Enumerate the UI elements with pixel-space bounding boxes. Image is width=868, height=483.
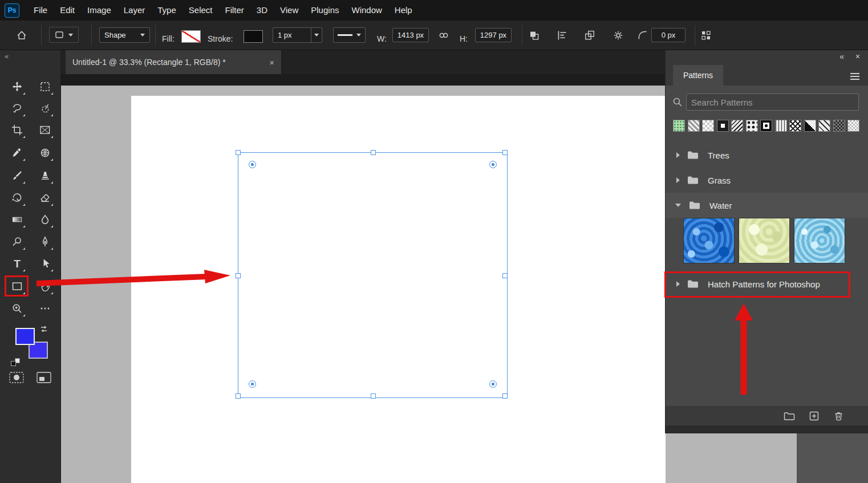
pattern-swatch-sparse-ticks[interactable] (818, 120, 830, 132)
blur-tool[interactable] (35, 210, 55, 229)
link-dimensions-icon[interactable] (437, 29, 451, 42)
tool-preset-picker[interactable] (49, 27, 79, 43)
shape-selection-rectangle[interactable] (238, 152, 508, 398)
menu-edit[interactable]: Edit (54, 0, 81, 21)
screen-mode-icon[interactable] (36, 371, 52, 384)
default-colors-icon[interactable] (11, 358, 22, 367)
transform-handle-bottom-center[interactable] (371, 393, 376, 399)
pattern-swatch-diagonal-hatch[interactable] (731, 120, 743, 132)
rectangular-marquee-tool[interactable] (35, 77, 55, 96)
tool-mode-select[interactable]: Shape (99, 27, 150, 43)
menu-plugins[interactable]: Plugins (305, 0, 345, 21)
swap-colors-icon[interactable] (40, 324, 49, 334)
menu-window[interactable]: Window (345, 0, 388, 21)
corner-radius-field[interactable]: 0 px (651, 28, 686, 42)
gradient-tool[interactable] (7, 210, 27, 229)
transform-handle-top-left[interactable] (236, 150, 241, 155)
lasso-tool[interactable] (7, 99, 27, 118)
transform-handle-middle-left[interactable] (236, 273, 241, 278)
panel-bottom-bar (666, 406, 868, 425)
menu-select[interactable]: Select (182, 0, 219, 21)
close-icon[interactable]: × (855, 52, 860, 61)
history-brush-tool[interactable] (7, 188, 27, 208)
menu-help[interactable]: Help (388, 0, 419, 21)
transform-handle-top-right[interactable] (502, 150, 508, 155)
brush-tool[interactable] (7, 166, 27, 185)
pattern-swatch-chevron-mesh[interactable] (789, 120, 801, 132)
dodge-tool[interactable] (7, 232, 27, 251)
stroke-style-combo[interactable] (333, 27, 366, 43)
zoom-tool[interactable] (7, 299, 27, 318)
corner-radius-handle-top-right[interactable] (489, 161, 497, 168)
pattern-group-grass[interactable]: Grass (666, 168, 868, 193)
menu-3d[interactable]: 3D (250, 0, 274, 21)
stroke-width-combo[interactable]: 1 px (273, 27, 322, 43)
pattern-swatch-green-speckle[interactable] (673, 120, 685, 132)
foreground-color-swatch[interactable] (15, 328, 35, 345)
search-input[interactable] (686, 94, 859, 111)
pattern-swatch-dark-glyph[interactable] (717, 120, 729, 132)
pattern-swatch-gray-zigzag[interactable] (688, 120, 700, 132)
chevron-right-icon[interactable] (676, 177, 680, 183)
path-operations-icon[interactable] (528, 29, 541, 42)
pattern-swatch-light-checker[interactable] (847, 120, 859, 132)
chevron-down-icon[interactable] (675, 204, 681, 207)
trash-icon[interactable] (833, 411, 844, 421)
pattern-group-water[interactable]: Water (666, 193, 868, 218)
fill-swatch-none[interactable] (181, 30, 201, 43)
path-alignment-icon[interactable] (555, 29, 569, 42)
shape-height-field[interactable]: 1297 px (475, 28, 512, 42)
menu-image[interactable]: Image (81, 0, 117, 21)
menu-filter[interactable]: Filter (219, 0, 250, 21)
pen-tool[interactable] (35, 232, 55, 251)
menu-view[interactable]: View (274, 0, 305, 21)
pattern-swatch-checkerboard[interactable] (702, 120, 714, 132)
new-pattern-icon[interactable] (809, 411, 820, 421)
type-tool[interactable]: T (7, 254, 27, 273)
water-pattern-deep-blue[interactable] (683, 218, 735, 263)
collapse-panel-icon[interactable]: « (839, 52, 844, 61)
crop-tool[interactable] (7, 120, 27, 140)
gear-icon[interactable] (611, 29, 625, 42)
pattern-group-trees[interactable]: Trees (666, 143, 868, 168)
move-tool[interactable] (7, 77, 27, 96)
stroke-swatch[interactable] (244, 30, 263, 43)
eyedropper-tool[interactable] (7, 143, 27, 163)
collapse-toolbar-icon[interactable]: « (5, 52, 9, 60)
new-group-folder-icon[interactable] (784, 411, 795, 421)
clone-stamp-tool[interactable] (35, 166, 55, 185)
transform-handle-top-center[interactable] (371, 150, 376, 155)
close-icon[interactable]: × (269, 58, 274, 67)
tab-patterns[interactable]: Patterns (673, 65, 723, 86)
pattern-swatch-dot-grid[interactable] (746, 120, 758, 132)
menu-type[interactable]: Type (151, 0, 182, 21)
menu-layer[interactable]: Layer (117, 0, 152, 21)
pattern-swatch-half-diagonal[interactable] (804, 120, 816, 132)
pattern-swatch-square-inset[interactable] (760, 120, 772, 132)
document-tab[interactable]: Untitled-1 @ 33.3% (Rectangle 1, RGB/8) … (66, 50, 281, 74)
chevron-right-icon[interactable] (676, 152, 680, 158)
shape-width-field[interactable]: 1413 px (392, 28, 429, 42)
corner-radius-handle-bottom-left[interactable] (249, 380, 256, 388)
eraser-tool[interactable] (35, 188, 55, 208)
corner-radius-handle-top-left[interactable] (249, 161, 256, 168)
chevron-down-icon[interactable] (311, 28, 322, 42)
corner-radius-handle-bottom-right[interactable] (489, 380, 497, 388)
path-arrangement-icon[interactable] (583, 29, 597, 42)
home-icon[interactable] (15, 29, 29, 42)
panel-menu-icon[interactable] (850, 73, 859, 74)
transform-handle-bottom-left[interactable] (236, 393, 241, 399)
water-pattern-crystal[interactable] (794, 218, 845, 263)
menu-file[interactable]: File (27, 0, 54, 21)
healing-brush-tool[interactable] (35, 143, 55, 163)
pattern-swatch-vertical-lines[interactable] (775, 120, 787, 132)
align-edges-icon[interactable] (699, 29, 713, 42)
quick-selection-tool[interactable] (35, 99, 55, 118)
transform-handle-bottom-right[interactable] (502, 393, 508, 399)
pattern-swatch-dark-checker[interactable] (833, 120, 845, 132)
edit-toolbar-button[interactable] (35, 299, 55, 318)
transform-handle-middle-right[interactable] (502, 273, 508, 278)
water-pattern-pale-ripples[interactable] (739, 218, 790, 263)
frame-tool[interactable] (35, 120, 55, 140)
quick-mask-icon[interactable] (9, 371, 25, 384)
